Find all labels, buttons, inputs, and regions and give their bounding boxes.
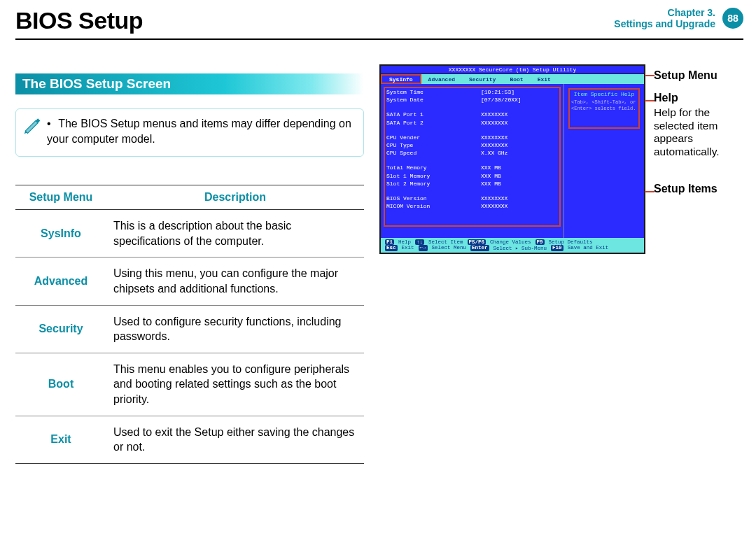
bios-menu-item[interactable]: SysInfo xyxy=(381,74,421,84)
desc-cell: Using this menu, you can configure the m… xyxy=(106,258,364,305)
bios-item-row: BIOS VersionXXXXXXXX xyxy=(386,195,558,202)
menu-cell: SysInfo xyxy=(15,210,106,258)
bios-menu-item[interactable]: Advanced xyxy=(421,74,462,84)
bios-help-panel: Item Specific Help <Tab>, <Shift-Tab>, o… xyxy=(564,84,644,238)
table-row: Exit Used to exit the Setup either savin… xyxy=(15,416,364,463)
section-title-bar: The BIOS Setup Screen xyxy=(15,73,364,94)
table-row: SysInfo This is a description about the … xyxy=(15,210,364,258)
bios-item-row: SATA Port 1XXXXXXXX xyxy=(386,111,558,118)
bios-item-row: CPU VenderXXXXXXXX xyxy=(386,134,558,141)
bios-item-row: Total MemoryXXX MB xyxy=(386,164,558,171)
chapter-line1: Chapter 3. xyxy=(614,7,715,18)
callout-setup-menu: Setup Menu xyxy=(654,69,718,82)
menu-cell: Security xyxy=(15,305,106,353)
bios-footer: F1 Help ↑↓ Select Item F5/F6 Change Valu… xyxy=(381,238,644,253)
bios-item-row: Slot 2 MemoryXXX MB xyxy=(386,180,558,188)
desc-cell: Used to exit the Setup either saving the… xyxy=(106,416,364,463)
bios-item-row: SATA Port 2XXXXXXXX xyxy=(386,119,558,127)
bios-menubar: SysInfo Advanced Security Boot Exit xyxy=(381,74,644,84)
header-rule xyxy=(15,38,743,40)
note-box: • The BIOS Setup menus and items may dif… xyxy=(15,108,364,157)
bios-titlebar: XXXXXXXX SecureCore (tm) Setup Utility xyxy=(381,66,644,74)
page-title: BIOS Setup xyxy=(15,7,143,34)
bios-item-row: CPU SpeedX.XX GHz xyxy=(386,149,558,157)
callout-help-body: Help for the selected item appears autom… xyxy=(654,106,743,158)
menu-cell: Exit xyxy=(15,416,106,463)
chapter-line2: Settings and Upgrade xyxy=(614,18,715,29)
bios-item-row: MICOM VersionXXXXXXXX xyxy=(386,202,558,210)
bios-item-row: Slot 1 MemoryXXX MB xyxy=(386,172,558,180)
bios-item-row: CPU TypeXXXXXXXX xyxy=(386,141,558,149)
desc-cell: This is a description about the basic sp… xyxy=(106,210,364,258)
bullet-icon: • xyxy=(47,116,55,132)
menu-cell: Boot xyxy=(15,353,106,416)
bios-item-row: System Time[10:21:53] xyxy=(386,88,558,96)
bios-setup-items-panel: System Time[10:21:53]System Date[07/30/2… xyxy=(381,84,564,238)
header-right: Chapter 3. Settings and Upgrade 88 xyxy=(614,7,743,29)
table-row: Advanced Using this menu, you can config… xyxy=(15,258,364,305)
bios-help-title: Item Specific Help xyxy=(571,91,637,97)
chapter-label: Chapter 3. Settings and Upgrade xyxy=(614,7,715,29)
bios-menu-item[interactable]: Boot xyxy=(503,74,530,84)
bios-illustration-wrap: XXXXXXXX SecureCore (tm) Setup Utility S… xyxy=(379,64,743,254)
note-icon xyxy=(23,116,41,134)
callout-setup-items: Setup Items xyxy=(654,182,718,195)
bios-body: System Time[10:21:53]System Date[07/30/2… xyxy=(381,84,644,238)
note-body: The BIOS Setup menus and items may diffe… xyxy=(47,118,351,145)
bios-menu-item[interactable]: Exit xyxy=(531,74,558,84)
bios-item-row: System Date[07/30/20XX] xyxy=(386,96,558,104)
menu-cell: Advanced xyxy=(15,258,106,305)
page-number-badge: 88 xyxy=(722,8,743,29)
setup-menu-table: Setup Menu Description SysInfo This is a… xyxy=(15,185,364,464)
col-header-desc: Description xyxy=(106,185,364,210)
table-row: Security Used to configure security func… xyxy=(15,305,364,353)
note-text: • The BIOS Setup menus and items may dif… xyxy=(47,116,355,146)
bios-menu-item[interactable]: Security xyxy=(462,74,503,84)
bios-window: XXXXXXXX SecureCore (tm) Setup Utility S… xyxy=(379,64,645,254)
col-header-menu: Setup Menu xyxy=(15,185,106,210)
bios-help-body: <Tab>, <Shift-Tab>, or <Enter> selects f… xyxy=(571,99,637,112)
table-row: Boot This menu enables you to configure … xyxy=(15,353,364,416)
callout-help-title: Help xyxy=(654,91,678,104)
bios-help-highlight: Item Specific Help <Tab>, <Shift-Tab>, o… xyxy=(568,88,640,129)
desc-cell: This menu enables you to configure perip… xyxy=(106,353,364,416)
desc-cell: Used to configure security functions, in… xyxy=(106,305,364,353)
